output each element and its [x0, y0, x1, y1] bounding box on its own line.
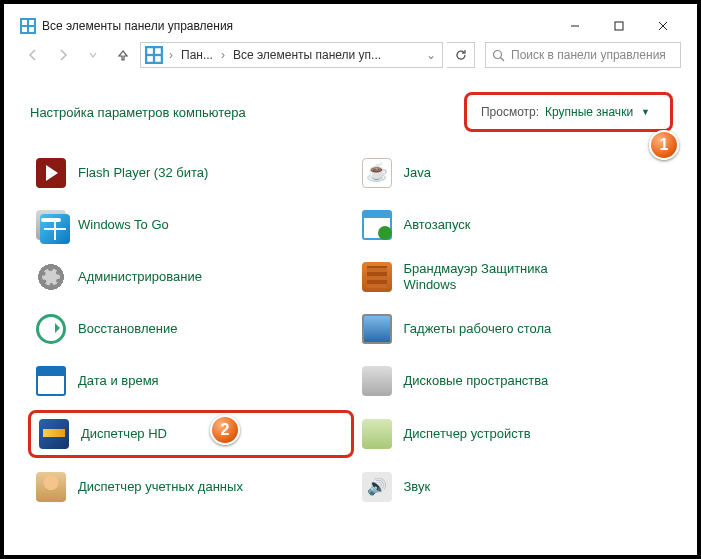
chevron-right-icon[interactable]: › [219, 48, 227, 62]
item-restore[interactable]: Восстановление [28, 306, 354, 352]
item-label: Flash Player (32 бита) [78, 165, 208, 181]
search-input[interactable]: Поиск в панели управления [485, 42, 681, 68]
control-panel-icon [20, 18, 36, 34]
svg-rect-12 [147, 56, 153, 62]
item-java[interactable]: ☕ Java [354, 150, 680, 196]
screenshot-frame: Все элементы панели управления › Пан... … [0, 0, 701, 559]
item-disk-spaces[interactable]: Дисковые пространства [354, 358, 680, 404]
svg-line-15 [501, 57, 505, 61]
restore-icon [36, 314, 66, 344]
items-grid: Flash Player (32 бита) ☕ Java Windows To… [12, 146, 689, 510]
item-gadgets[interactable]: Гаджеты рабочего стола [354, 306, 680, 352]
breadcrumb-current[interactable]: Все элементы панели уп... [231, 48, 383, 62]
window-icon [362, 210, 392, 240]
item-date-time[interactable]: Дата и время [28, 358, 354, 404]
up-button[interactable] [110, 42, 136, 68]
search-icon [492, 49, 505, 62]
item-label: Восстановление [78, 321, 177, 337]
chevron-right-icon[interactable]: › [167, 48, 175, 62]
audio-hd-icon [39, 419, 69, 449]
item-device-manager[interactable]: Диспетчер устройств [354, 410, 680, 458]
address-bar[interactable]: › Пан... › Все элементы панели уп... ⌄ [140, 42, 443, 68]
control-panel-icon [145, 46, 163, 64]
back-button[interactable] [20, 42, 46, 68]
annotation-badge-1: 1 [649, 130, 679, 160]
item-flash-player[interactable]: Flash Player (32 бита) [28, 150, 354, 196]
item-label: Брандмауэр Защитника Windows [404, 261, 594, 292]
page-title: Настройка параметров компьютера [30, 105, 246, 120]
svg-rect-11 [155, 48, 161, 54]
annotation-badge-2: 2 [210, 415, 240, 445]
item-label: Диспетчер HD [81, 426, 167, 442]
item-sound[interactable]: Звук [354, 464, 680, 510]
window-title: Все элементы панели управления [42, 19, 233, 33]
gear-icon [36, 262, 66, 292]
item-label: Администрирование [78, 269, 202, 285]
chevron-down-icon[interactable]: ▼ [641, 107, 650, 117]
view-value[interactable]: Крупные значки [545, 105, 633, 119]
java-icon: ☕ [362, 158, 392, 188]
credentials-icon [36, 472, 66, 502]
item-label: Гаджеты рабочего стола [404, 321, 552, 337]
breadcrumb-root[interactable]: Пан... [179, 48, 215, 62]
navigation-bar: › Пан... › Все элементы панели уп... ⌄ П… [12, 40, 689, 74]
window-titlebar: Все элементы панели управления [12, 12, 689, 40]
item-label: Дата и время [78, 373, 159, 389]
drive-icon [36, 210, 66, 240]
firewall-icon [362, 262, 392, 292]
item-hd-manager-highlight[interactable]: Диспетчер HD [28, 410, 354, 458]
item-windows-to-go[interactable]: Windows To Go [28, 202, 354, 248]
svg-rect-4 [29, 27, 34, 32]
item-label: Дисковые пространства [404, 373, 549, 389]
refresh-button[interactable] [447, 42, 475, 68]
svg-rect-2 [29, 20, 34, 25]
view-selector-highlight: Просмотр: Крупные значки ▼ [464, 92, 673, 132]
view-label: Просмотр: [481, 105, 539, 119]
svg-rect-6 [615, 22, 623, 30]
item-label: Windows To Go [78, 217, 169, 233]
item-label: Диспетчер устройств [404, 426, 531, 442]
item-label: Звук [404, 479, 431, 495]
calendar-icon [36, 366, 66, 396]
item-administration[interactable]: Администрирование [28, 254, 354, 300]
item-label: Диспетчер учетных данных [78, 479, 243, 495]
close-button[interactable] [641, 12, 685, 40]
monitor-icon [362, 314, 392, 344]
header-row: Настройка параметров компьютера Просмотр… [12, 74, 689, 146]
svg-rect-10 [147, 48, 153, 54]
item-label: Автозапуск [404, 217, 471, 233]
drives-icon [362, 366, 392, 396]
svg-rect-3 [22, 27, 27, 32]
svg-rect-13 [155, 56, 161, 62]
play-icon [378, 226, 392, 240]
chevron-down-icon[interactable]: ⌄ [424, 48, 438, 62]
item-firewall[interactable]: Брандмауэр Защитника Windows [354, 254, 680, 300]
maximize-button[interactable] [597, 12, 641, 40]
device-manager-icon [362, 419, 392, 449]
sound-icon [362, 472, 392, 502]
flash-icon [36, 158, 66, 188]
search-placeholder: Поиск в панели управления [511, 48, 666, 62]
item-label: Java [404, 165, 431, 181]
minimize-button[interactable] [553, 12, 597, 40]
recent-dropdown-icon[interactable] [80, 42, 106, 68]
svg-rect-1 [22, 20, 27, 25]
item-autostart[interactable]: Автозапуск [354, 202, 680, 248]
item-credential-manager[interactable]: Диспетчер учетных данных [28, 464, 354, 510]
forward-button[interactable] [50, 42, 76, 68]
svg-point-14 [494, 50, 502, 58]
